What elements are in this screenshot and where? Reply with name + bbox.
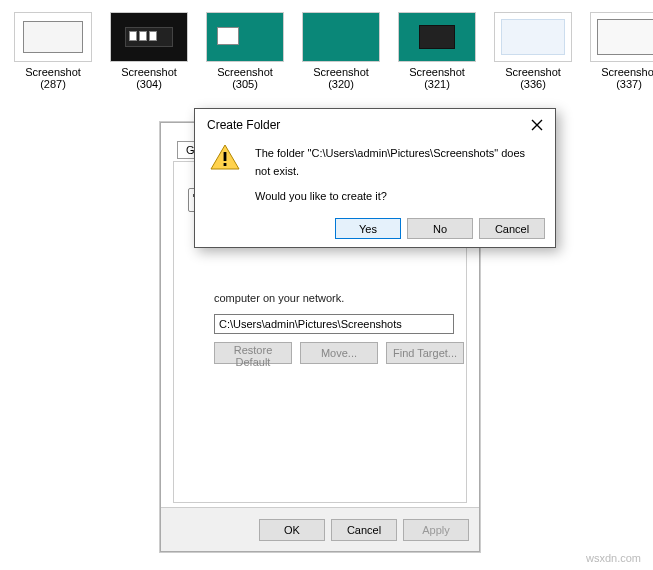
create-folder-dialog: Create Folder The folder "C:\Users\admin… <box>194 108 556 248</box>
path-input[interactable] <box>214 314 454 334</box>
apply-button[interactable]: Apply <box>403 519 469 541</box>
thumbnail-caption: Screenshot (320) <box>302 66 380 90</box>
dialog-cancel-button[interactable]: Cancel <box>479 218 545 239</box>
ok-button[interactable]: OK <box>259 519 325 541</box>
dialog-title: Create Folder <box>207 118 280 132</box>
watermark: wsxdn.com <box>586 552 641 564</box>
thumbnail-item[interactable]: Screenshot (304) <box>110 12 188 90</box>
thumbnail-image <box>206 12 284 62</box>
yes-button[interactable]: Yes <box>335 218 401 239</box>
svg-rect-0 <box>224 152 227 161</box>
thumbnail-caption: Screenshot (336) <box>494 66 572 90</box>
move-button[interactable]: Move... <box>300 342 378 364</box>
thumbnail-image <box>302 12 380 62</box>
cancel-button[interactable]: Cancel <box>331 519 397 541</box>
thumbnail-caption: Screenshot (321) <box>398 66 476 90</box>
thumbnail-row: Screenshot (287) Screenshot (304) Screen… <box>0 0 653 90</box>
thumbnail-image <box>494 12 572 62</box>
thumbnail-caption: Screenshot (337) <box>590 66 653 90</box>
thumbnail-caption: Screenshot (304) <box>110 66 188 90</box>
thumbnail-image <box>14 12 92 62</box>
warning-icon <box>209 143 241 171</box>
dialog-message-line2: Would you like to create it? <box>255 188 543 206</box>
thumbnail-item[interactable]: Screenshot (321) <box>398 12 476 90</box>
thumbnail-image <box>590 12 653 62</box>
thumbnail-caption: Screenshot (305) <box>206 66 284 90</box>
properties-footer: OK Cancel Apply <box>161 507 479 551</box>
thumbnail-caption: Screenshot (287) <box>14 66 92 90</box>
thumbnail-image <box>110 12 188 62</box>
no-button[interactable]: No <box>407 218 473 239</box>
close-icon[interactable] <box>527 115 547 135</box>
dialog-message-line1: The folder "C:\Users\admin\Pictures\Scre… <box>255 145 543 180</box>
thumbnail-item[interactable]: Screenshot (336) <box>494 12 572 90</box>
svg-rect-1 <box>224 163 227 166</box>
thumbnail-image <box>398 12 476 62</box>
thumbnail-item[interactable]: Screenshot (305) <box>206 12 284 90</box>
find-target-button[interactable]: Find Target... <box>386 342 464 364</box>
restore-default-button[interactable]: Restore Default <box>214 342 292 364</box>
network-text: computer on your network. <box>214 292 446 304</box>
thumbnail-item[interactable]: Screenshot (337) <box>590 12 653 90</box>
thumbnail-item[interactable]: Screenshot (320) <box>302 12 380 90</box>
thumbnail-item[interactable]: Screenshot (287) <box>14 12 92 90</box>
